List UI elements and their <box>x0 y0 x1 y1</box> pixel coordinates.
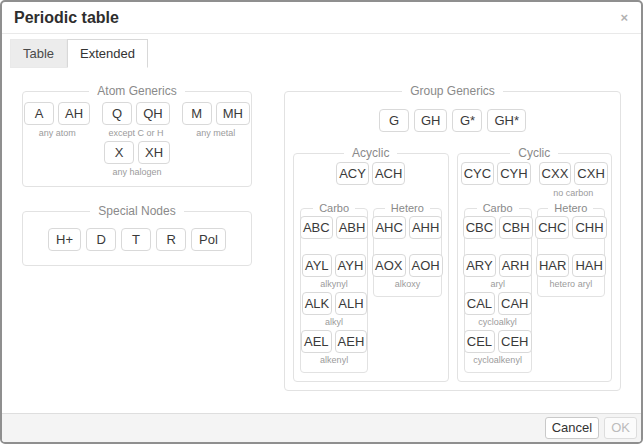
cxh-button[interactable]: CXH <box>574 162 607 185</box>
cxx-button[interactable]: CXX <box>539 162 572 185</box>
cal-button[interactable]: CAL <box>464 292 495 315</box>
cycloalkyl-group: CAL CAH cycloalkyl <box>464 292 532 328</box>
cancel-button[interactable]: Cancel <box>545 417 599 439</box>
tab-extended[interactable]: Extended <box>67 39 148 68</box>
any-metal-caption: any metal <box>196 128 235 139</box>
acyclic-subsections: Carbo ABC ABH <box>300 202 442 373</box>
close-icon[interactable]: × <box>620 11 628 24</box>
alkoxy-group: AOX AOH alkoxy <box>372 254 443 290</box>
gh-button[interactable]: GH <box>414 109 448 132</box>
arh-button[interactable]: ARH <box>499 254 532 277</box>
qh-button[interactable]: QH <box>136 102 170 125</box>
dialog-title: Periodic table <box>14 9 119 26</box>
no-carbon-group: CXX CXH no carbon <box>539 162 608 199</box>
cycloalkenyl-caption: cycloalkenyl <box>473 355 522 366</box>
ahh-button[interactable]: AHH <box>409 216 442 239</box>
alk-button[interactable]: ALK <box>302 292 333 315</box>
mh-button[interactable]: MH <box>216 102 250 125</box>
x-button[interactable]: X <box>104 141 134 164</box>
tab-bar: Table Extended <box>2 34 641 68</box>
cbh-button[interactable]: CBH <box>499 216 532 239</box>
tab-table[interactable]: Table <box>10 39 67 68</box>
acyclic-carbo-group-1: ABC ABH <box>300 216 368 252</box>
group-generics-section: Group Generics G GH G* GH* Acyclic ACY <box>284 84 621 391</box>
cel-button[interactable]: CEL <box>464 330 495 353</box>
abc-button[interactable]: ABC <box>300 216 333 239</box>
except-c-or-h-caption: except C or H <box>108 128 163 139</box>
cycloalkenyl-group: CEL CEH cycloalkenyl <box>464 330 532 366</box>
dialog-header: Periodic table × <box>2 2 641 34</box>
har-button[interactable]: HAR <box>536 254 569 277</box>
any-atom-group: A AH any atom <box>24 102 90 139</box>
xh-button[interactable]: XH <box>138 141 170 164</box>
cyclic-section: Cyclic CYC CYH CXX <box>457 146 613 382</box>
aeh-button[interactable]: AEH <box>335 330 368 353</box>
m-button[interactable]: M <box>182 102 212 125</box>
cah-button[interactable]: CAH <box>498 292 531 315</box>
ayl-button[interactable]: AYL <box>302 254 332 277</box>
dialog-footer: Cancel OK <box>2 413 641 442</box>
alkoxy-caption: alkoxy <box>395 279 421 290</box>
cyclic-legend: Cyclic <box>510 146 558 160</box>
ary-button[interactable]: ARY <box>463 254 496 277</box>
acyclic-carbo-legend: Carbo <box>313 202 355 214</box>
right-column: Group Generics G GH G* GH* Acyclic ACY <box>284 84 621 391</box>
acyclic-section: Acyclic ACY ACH <box>293 146 449 382</box>
alh-button[interactable]: ALH <box>335 292 366 315</box>
ach-button[interactable]: ACH <box>372 162 405 185</box>
cbc-button[interactable]: CBC <box>463 216 496 239</box>
acy-button[interactable]: ACY <box>336 162 369 185</box>
no-carbon-caption: no carbon <box>553 188 593 199</box>
cyclic-hetero-section: Hetero CHC CHH <box>537 202 605 297</box>
cyh-button[interactable]: CYH <box>497 162 530 185</box>
acyclic-top-row: ACY ACH <box>300 162 442 199</box>
acyclic-hetero-legend: Hetero <box>385 202 430 214</box>
atom-generics-section: Atom Generics A AH any atom Q QH <box>22 84 252 187</box>
q-button[interactable]: Q <box>102 102 132 125</box>
atom-generics-row-2: X XH any halogen <box>31 141 243 178</box>
ahc-button[interactable]: AHC <box>372 216 405 239</box>
ael-button[interactable]: AEL <box>301 330 332 353</box>
aryl-group: ARY ARH aryl <box>463 254 532 290</box>
g-star-button[interactable]: G* <box>452 109 482 132</box>
cyclic-top-row: CYC CYH CXX CXH no carbon <box>464 162 606 199</box>
a-button[interactable]: A <box>24 102 54 125</box>
aox-button[interactable]: AOX <box>372 254 405 277</box>
ah-button[interactable]: AH <box>58 102 90 125</box>
any-metal-group: M MH any metal <box>182 102 250 139</box>
hetero-aryl-group: HAR HAH hetero aryl <box>536 254 606 290</box>
aoh-button[interactable]: AOH <box>409 254 443 277</box>
chc-button[interactable]: CHC <box>535 216 569 239</box>
except-c-or-h-group: Q QH except C or H <box>102 102 170 139</box>
alkenyl-group: AEL AEH alkenyl <box>301 330 367 366</box>
cyclic-carbo-group-1: CBC CBH <box>463 216 533 252</box>
cyclic-hetero-legend: Hetero <box>548 202 593 214</box>
atom-generics-row-1: A AH any atom Q QH except C or H <box>31 102 243 139</box>
alkyl-caption: alkyl <box>325 317 343 328</box>
alkynyl-group: AYL AYH alkynyl <box>302 254 366 290</box>
group-generics-top-row: G GH G* GH* <box>293 109 612 132</box>
cycloalkyl-caption: cycloalkyl <box>478 317 517 328</box>
pol-button[interactable]: Pol <box>191 228 226 251</box>
ayh-button[interactable]: AYH <box>335 254 367 277</box>
h-plus-button[interactable]: H+ <box>48 228 81 251</box>
ok-button[interactable]: OK <box>604 417 637 439</box>
special-nodes-legend: Special Nodes <box>90 204 183 218</box>
cyclic-carbo-legend: Carbo <box>477 202 519 214</box>
gh-star-button[interactable]: GH* <box>487 109 526 132</box>
r-button[interactable]: R <box>156 228 186 251</box>
hah-button[interactable]: HAH <box>572 254 605 277</box>
cyc-button[interactable]: CYC <box>461 162 494 185</box>
acyclic-carbo-section: Carbo ABC ABH <box>300 202 368 373</box>
any-halogen-caption: any halogen <box>112 167 161 178</box>
t-button[interactable]: T <box>121 228 151 251</box>
ceh-button[interactable]: CEH <box>498 330 531 353</box>
g-button[interactable]: G <box>379 109 409 132</box>
d-button[interactable]: D <box>86 228 116 251</box>
hetero-aryl-caption: hetero aryl <box>550 279 593 290</box>
abh-button[interactable]: ABH <box>336 216 369 239</box>
dialog-content: Atom Generics A AH any atom Q QH <box>2 68 641 413</box>
acyclic-hetero-group-1: AHC AHH <box>372 216 442 252</box>
any-halogen-group: X XH any halogen <box>104 141 170 178</box>
chh-button[interactable]: CHH <box>572 216 606 239</box>
